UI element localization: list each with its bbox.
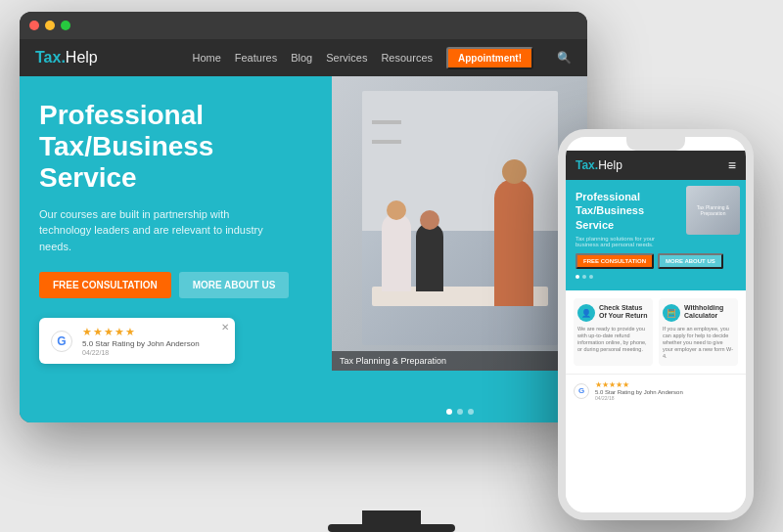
- stand-base: [328, 524, 455, 532]
- mobile-review-card: G ★★★★★ 5.0 Star Rating by John Anderson…: [566, 374, 746, 407]
- consultation-button[interactable]: FREE CONSULTATION: [39, 272, 171, 298]
- desktop-mockup: Tax.Help Home Features Blog Services Res…: [20, 12, 587, 422]
- mobile-slide-dots: [576, 275, 736, 279]
- image-caption: Tax Planning & Preparation: [332, 351, 587, 371]
- mobile-dot-2[interactable]: [582, 275, 586, 279]
- mobile-review-date: 04/22/18: [595, 395, 738, 401]
- desktop-hero: Professional Tax/Business Service Our co…: [20, 76, 587, 422]
- review-stars: ★★★★★: [82, 326, 223, 338]
- nav-links: Home Features Blog Services Resources Ap…: [192, 47, 572, 69]
- service-1-title: Check Status Of Your Return: [599, 304, 649, 321]
- mobile-image-caption: Tax Planning & Preparation: [686, 202, 740, 218]
- scene: Tax.Help Home Features Blog Services Res…: [20, 12, 763, 520]
- review-close[interactable]: ✕: [221, 322, 229, 332]
- hero-image: Tax Planning & Preparation: [332, 76, 587, 371]
- hero-right: Tax Planning & Preparation: [332, 76, 587, 422]
- mobile-review-stars: ★★★★★: [595, 380, 738, 389]
- mobile-google-logo: G: [574, 383, 589, 399]
- google-logo: G: [51, 331, 72, 352]
- mobile-navbar: Tax.Help ≡: [566, 151, 746, 180]
- desktop-logo: Tax.Help: [35, 49, 98, 66]
- mobile-notch: [626, 137, 685, 151]
- nav-resources[interactable]: Resources: [381, 52, 433, 64]
- nav-services[interactable]: Services: [326, 52, 367, 64]
- nav-home[interactable]: Home: [192, 52, 220, 64]
- review-date: 04/22/18: [82, 349, 223, 356]
- mobile-service-2: 🧮 Withholding Calculator If you are an e…: [659, 298, 738, 366]
- dot-1[interactable]: [446, 409, 452, 415]
- mobile-logo: Tax.Help: [576, 158, 728, 172]
- hero-left: Professional Tax/Business Service Our co…: [20, 76, 332, 422]
- nav-features[interactable]: Features: [235, 52, 277, 64]
- mobile-mockup: Tax.Help ≡ Professional Tax/Business Ser…: [558, 129, 754, 520]
- review-rating-text: 5.0 Star Rating by John Anderson: [82, 339, 223, 348]
- maximize-dot[interactable]: [61, 21, 70, 30]
- service-2-icon: 🧮: [663, 304, 680, 322]
- appointment-button[interactable]: Appointment!: [446, 47, 533, 69]
- dot-3[interactable]: [468, 409, 474, 415]
- dot-2[interactable]: [457, 409, 463, 415]
- nav-blog[interactable]: Blog: [291, 52, 312, 64]
- mobile-review-content: ★★★★★ 5.0 Star Rating by John Anderson 0…: [595, 380, 738, 401]
- more-about-button[interactable]: MORE ABOUT US: [179, 272, 290, 298]
- service-1-desc: We are ready to provide you with up-to-d…: [577, 326, 649, 354]
- service-1-icon: 👤: [577, 304, 595, 322]
- desktop-titlebar: [20, 12, 587, 39]
- hero-buttons: FREE CONSULTATION MORE ABOUT US: [39, 272, 312, 298]
- mobile-hero-title: Professional Tax/Business Service: [576, 190, 672, 232]
- minimize-dot[interactable]: [45, 21, 55, 30]
- mobile-more-button[interactable]: MORE ABOUT US: [658, 253, 723, 269]
- office-scene: [332, 76, 587, 371]
- service-2-title: Withholding Calculator: [684, 304, 734, 321]
- hero-title: Professional Tax/Business Service: [39, 100, 312, 195]
- review-content: ★★★★★ 5.0 Star Rating by John Anderson 0…: [82, 326, 223, 356]
- mobile-hero-buttons: FREE CONSULTATION MORE ABOUT US: [576, 253, 736, 269]
- mobile-hero-sub: Tax planning solutions for your business…: [576, 236, 672, 247]
- hero-subtitle: Our courses are built in partnership wit…: [39, 206, 274, 255]
- logo-light: Help: [66, 49, 98, 66]
- mobile-screen: Tax.Help ≡ Professional Tax/Business Ser…: [566, 151, 746, 512]
- mobile-dot-3[interactable]: [589, 275, 593, 279]
- mobile-consultation-button[interactable]: FREE CONSULTATION: [576, 253, 654, 269]
- stand-neck: [362, 510, 421, 524]
- logo-bold: Tax.: [35, 49, 66, 66]
- service-2-desc: If you are an employee, you can apply fo…: [663, 326, 734, 361]
- mobile-logo-bold: Tax.: [576, 158, 598, 172]
- mobile-service-1: 👤 Check Status Of Your Return We are rea…: [574, 298, 653, 366]
- search-icon[interactable]: 🔍: [557, 51, 572, 65]
- mobile-hero: Professional Tax/Business Service Tax pl…: [566, 180, 746, 290]
- hamburger-icon[interactable]: ≡: [728, 157, 736, 173]
- mobile-hero-image: Tax Planning & Preparation: [686, 186, 740, 235]
- mobile-services: 👤 Check Status Of Your Return We are rea…: [566, 290, 746, 374]
- desktop-navbar: Tax.Help Home Features Blog Services Res…: [20, 39, 587, 76]
- desktop-screen: Tax.Help Home Features Blog Services Res…: [20, 39, 587, 422]
- mobile-dot-1[interactable]: [576, 275, 579, 279]
- slide-dots: [446, 409, 474, 415]
- review-card: ✕ G ★★★★★ 5.0 Star Rating by John Anders…: [39, 318, 235, 364]
- mobile-logo-light: Help: [598, 158, 622, 172]
- close-dot[interactable]: [29, 21, 39, 30]
